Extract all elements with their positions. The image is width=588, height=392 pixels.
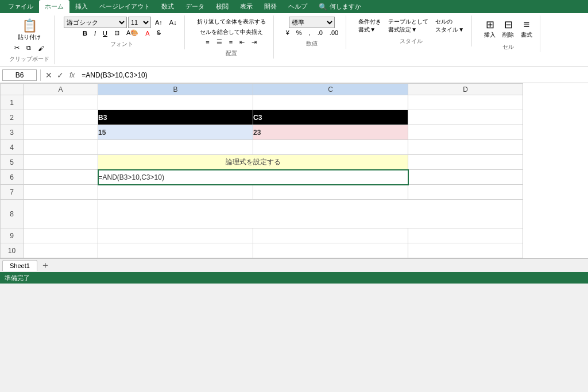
cell-reference-box[interactable] [2,69,37,81]
wrap-text-button[interactable]: 折り返して全体を表示する [194,17,269,27]
tab-search[interactable]: 🔍 何しますか [313,0,367,13]
cell-d2[interactable] [408,110,523,125]
sheet-tab-sheet1[interactable]: Sheet1 [2,260,37,271]
cell-d9[interactable] [408,228,523,243]
delete-cell-button[interactable]: ⊟削除 [500,17,517,41]
strikethrough-button[interactable]: S̶ [154,28,164,38]
font-shrink-button[interactable]: A↓ [167,18,180,27]
cell-b8[interactable] [98,200,523,228]
cell-b3[interactable]: 15 [98,125,253,140]
formula-input[interactable] [79,70,586,80]
underline-button[interactable]: U [100,29,110,38]
tab-home[interactable]: ホーム [39,0,69,13]
cell-b6[interactable]: =AND(B3>10,C3>10) [98,170,408,185]
cell-c7[interactable] [253,185,408,200]
status-bar: 準備完了 [0,272,588,284]
italic-button[interactable]: I [91,29,99,38]
cell-b10[interactable] [98,243,253,258]
cell-a2[interactable] [24,110,98,125]
indent-increase-button[interactable]: ⇥ [249,37,260,47]
cell-a7[interactable] [24,185,98,200]
cell-b1[interactable] [98,95,253,110]
number-format-select[interactable]: 標準 [289,17,335,28]
cell-b2[interactable]: B3 [98,110,253,125]
insert-cell-button[interactable]: ⊞挿入 [481,17,498,41]
cell-a3[interactable] [24,125,98,140]
cell-c2[interactable]: C3 [253,110,408,125]
bold-button[interactable]: B [80,29,90,38]
tab-dev[interactable]: 開発 [258,0,283,13]
cell-a8[interactable] [24,200,98,228]
conditional-format-button[interactable]: 条件付き書式▼ [355,17,384,35]
cell-c9[interactable] [253,228,408,243]
col-header-a[interactable]: A [24,84,98,95]
cell-b7[interactable] [98,185,253,200]
align-right-button[interactable]: ≡ [226,38,235,47]
cell-d6[interactable] [408,170,523,185]
align-left-button[interactable]: ≡ [203,38,212,47]
tab-insert[interactable]: 挿入 [69,0,94,13]
table-row: 4 [1,140,523,155]
cell-b5[interactable]: 論理式を設定する [98,155,408,170]
tab-help[interactable]: ヘルプ [283,0,313,13]
cell-a5[interactable] [24,155,98,170]
cell-a6[interactable] [24,170,98,185]
cancel-formula-icon[interactable]: ✕ [44,71,53,80]
confirm-formula-icon[interactable]: ✓ [56,71,65,80]
add-sheet-button[interactable]: ＋ [37,259,53,271]
cell-c3[interactable]: 23 [253,125,408,140]
font-name-select[interactable]: 游ゴシック [64,17,127,28]
table-row: 5 論理式を設定する [1,155,523,170]
font-size-select[interactable]: 11 [128,17,151,28]
merge-center-button[interactable]: セルを結合して中央揃え [197,27,266,37]
decimal-increase-button[interactable]: .0 [315,28,326,37]
styles-group: 条件付き書式▼ テーブルとして書式設定▼ セルのスタイル▼ スタイル [351,15,472,46]
cell-c4[interactable] [253,140,408,155]
table-format-button[interactable]: テーブルとして書式設定▼ [385,17,431,35]
col-header-c[interactable]: C [253,84,408,95]
comma-button[interactable]: , [306,28,314,37]
border-button[interactable]: ⊟ [111,28,122,38]
fill-color-button[interactable]: A🎨 [123,28,141,38]
cell-a9[interactable] [24,228,98,243]
cell-a10[interactable] [24,243,98,258]
tab-file[interactable]: ファイル [2,0,39,13]
font-grow-button[interactable]: A↑ [152,18,165,27]
cell-a1[interactable] [24,95,98,110]
col-header-b[interactable]: B [98,84,253,95]
row-header-2: 2 [1,110,24,125]
cut-button[interactable]: ✂ [11,43,22,53]
align-center-button[interactable]: ☰ [214,37,225,47]
corner-header [1,84,24,95]
tab-formula[interactable]: 数式 [156,0,180,13]
indent-decrease-button[interactable]: ⇤ [237,37,247,47]
cell-style-button[interactable]: セルのスタイル▼ [432,17,467,35]
cell-d7[interactable] [408,185,523,200]
cell-d1[interactable] [408,95,523,110]
table-row: 7 [1,185,523,200]
copy-button[interactable]: ⧉ [24,43,34,53]
tab-review[interactable]: 校閲 [210,0,234,13]
cell-c10[interactable] [253,243,408,258]
ribbon-tabs-bar: ファイル ホーム 挿入 ページレイアウト 数式 データ 校閲 表示 開発 ヘルプ… [0,0,588,13]
cell-c1[interactable] [253,95,408,110]
percent-button[interactable]: % [293,28,305,37]
currency-button[interactable]: ¥ [283,28,292,37]
format-cell-button[interactable]: ≡書式 [518,17,535,41]
col-header-d[interactable]: D [408,84,523,95]
tab-page-layout[interactable]: ページレイアウト [94,0,156,13]
tab-data[interactable]: データ [180,0,210,13]
cell-d5[interactable] [408,155,523,170]
paste-button[interactable]: 📋 貼り付け [14,17,45,43]
cell-d4[interactable] [408,140,523,155]
cell-b4[interactable] [98,140,253,155]
cell-d10[interactable] [408,243,523,258]
cell-b9[interactable] [98,228,253,243]
format-painter-button[interactable]: 🖌 [35,44,47,53]
cell-d3[interactable] [408,125,523,140]
font-label: フォント [110,38,133,48]
decimal-decrease-button[interactable]: .00 [327,28,341,37]
cell-a4[interactable] [24,140,98,155]
font-color-button[interactable]: A [142,29,152,38]
tab-view[interactable]: 表示 [234,0,258,13]
